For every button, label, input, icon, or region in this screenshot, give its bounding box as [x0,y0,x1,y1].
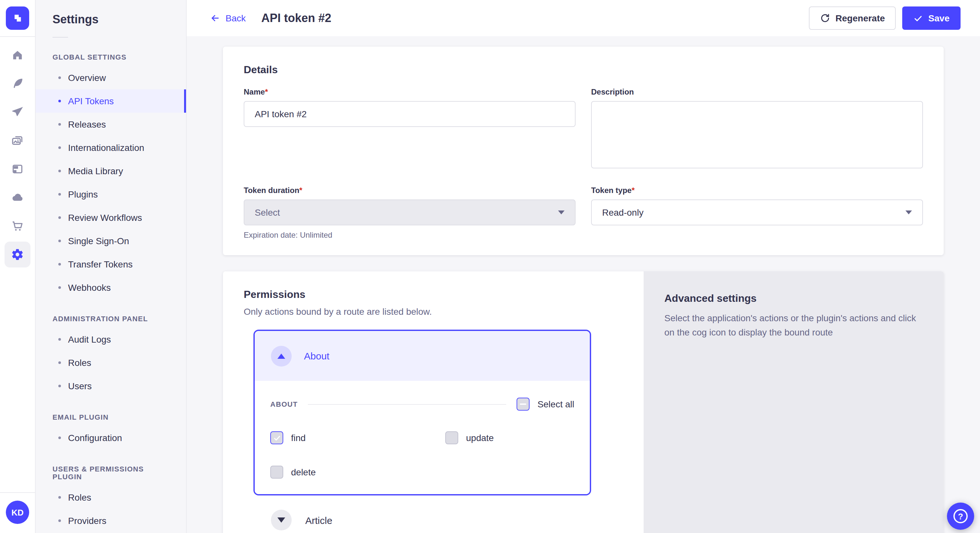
back-button[interactable]: Back [210,13,246,23]
sidebar-item-label: Internationalization [68,143,144,153]
chevron-up-circle-icon[interactable] [271,346,292,366]
chevron-down-circle-icon[interactable] [271,510,292,530]
sidebar-item-label: Overview [68,73,106,83]
bullet-icon [58,519,61,522]
main-area: Back API token #2 Regenerate Save Detail… [187,0,980,533]
sidebar-item-label: Review Workflows [68,213,142,223]
token-type-field-group: Token type* Read-only [591,185,923,240]
nav-list-global: Overview API Tokens Releases Internation… [36,66,186,299]
token-type-label: Token type* [591,185,923,195]
regenerate-label: Regenerate [835,13,885,23]
subnav-title: Settings [52,13,186,27]
sidebar-item-email-configuration[interactable]: Configuration [36,426,186,449]
sidebar-item-up-providers[interactable]: Providers [36,509,186,532]
action-label: update [466,433,494,443]
bullet-icon [58,216,61,219]
page-content: Details Name* Description Token duration… [187,36,980,533]
token-type-value: Read-only [602,207,644,217]
strapi-logo[interactable] [6,6,29,30]
token-duration-select[interactable]: Select [244,200,576,225]
marketplace-cart-icon[interactable] [5,213,30,239]
back-label: Back [226,13,246,23]
sidebar-item-overview[interactable]: Overview [36,66,186,89]
action-row-find: find [270,431,445,444]
home-icon[interactable] [5,42,30,68]
regenerate-button[interactable]: Regenerate [809,6,896,30]
page-title: API token #2 [261,11,331,25]
bullet-icon [58,123,61,125]
section-label-users-permissions-plugin: USERS & PERMISSIONS PLUGIN [52,465,169,481]
help-button[interactable]: ? [947,503,974,530]
advanced-settings-body: Select the application's actions or the … [664,311,923,339]
settings-subnav: Settings GLOBAL SETTINGS Overview API To… [36,0,187,533]
accordion-about-body: ABOUT Select all [255,381,590,494]
name-input[interactable] [244,101,576,127]
sidebar-item-api-tokens[interactable]: API Tokens [36,89,186,113]
sidebar-item-review-workflows[interactable]: Review Workflows [36,206,186,229]
layout-icon[interactable] [5,156,30,182]
media-library-icon[interactable] [5,128,30,154]
sidebar-item-label: Roles [68,492,91,503]
subnav-divider [52,37,68,38]
refresh-icon [820,13,830,23]
description-label: Description [591,87,923,97]
nav-list-email: Configuration [36,426,186,449]
advanced-settings-title: Advanced settings [664,292,923,305]
sidebar-item-admin-roles[interactable]: Roles [36,351,186,374]
sidebar-item-label: Transfer Tokens [68,259,132,270]
accordion-about-header[interactable]: About [255,331,590,381]
token-duration-field-group: Token duration* Select Expiration date: … [244,185,576,240]
find-checkbox[interactable] [270,431,283,444]
sidebar-item-plugins[interactable]: Plugins [36,182,186,206]
sidebar-item-admin-users[interactable]: Users [36,374,186,398]
icon-rail: KD [0,0,36,533]
action-row-update: update [445,431,574,444]
bullet-icon [58,100,61,102]
select-all-label: Select all [537,399,574,409]
about-section-row: ABOUT Select all [270,398,574,411]
sidebar-item-single-sign-on[interactable]: Single Sign-On [36,229,186,252]
bullet-icon [58,76,61,79]
name-label: Name* [244,87,576,97]
sidebar-item-label: API Tokens [68,96,114,106]
accordion-article-header[interactable]: Article [253,510,591,530]
bullet-icon [58,193,61,195]
save-button[interactable]: Save [902,6,961,30]
arrow-left-icon [210,13,220,23]
sidebar-item-label: Providers [68,516,106,526]
settings-gear-icon[interactable] [5,241,30,268]
feather-icon[interactable] [5,71,30,97]
paper-plane-icon[interactable] [5,99,30,125]
cloud-icon[interactable] [5,185,30,211]
required-asterisk: * [299,186,302,195]
sidebar-item-up-roles[interactable]: Roles [36,486,186,509]
rail-nav [5,37,30,268]
required-asterisk: * [265,87,268,97]
section-label-email-plugin: EMAIL PLUGIN [52,413,169,421]
bullet-icon [58,170,61,172]
advanced-settings-panel: Advanced settings Select the application… [644,271,944,533]
accordion-article-title: Article [305,514,332,525]
description-textarea[interactable] [591,101,923,168]
sidebar-item-label: Plugins [68,189,98,200]
bullet-icon [58,362,61,364]
token-type-select[interactable]: Read-only [591,200,923,225]
sidebar-item-internationalization[interactable]: Internationalization [36,136,186,159]
section-divider [308,404,506,405]
sidebar-item-label: Roles [68,357,91,368]
sidebar-item-audit-logs[interactable]: Audit Logs [36,328,186,351]
save-label: Save [929,13,950,23]
details-form: Name* Description Token duration* Select [244,87,923,240]
sidebar-item-media-library[interactable]: Media Library [36,159,186,182]
sidebar-item-transfer-tokens[interactable]: Transfer Tokens [36,252,186,276]
delete-checkbox[interactable] [270,466,283,479]
expiration-hint: Expiration date: Unlimited [244,230,576,240]
select-all-checkbox[interactable] [517,398,530,411]
details-title: Details [244,63,923,76]
permissions-panel: Permissions Only actions bound by a rout… [223,271,644,533]
avatar[interactable]: KD [6,501,29,524]
chevron-down-icon [558,211,565,214]
update-checkbox[interactable] [445,431,458,444]
sidebar-item-webhooks[interactable]: Webhooks [36,276,186,299]
sidebar-item-releases[interactable]: Releases [36,113,186,136]
